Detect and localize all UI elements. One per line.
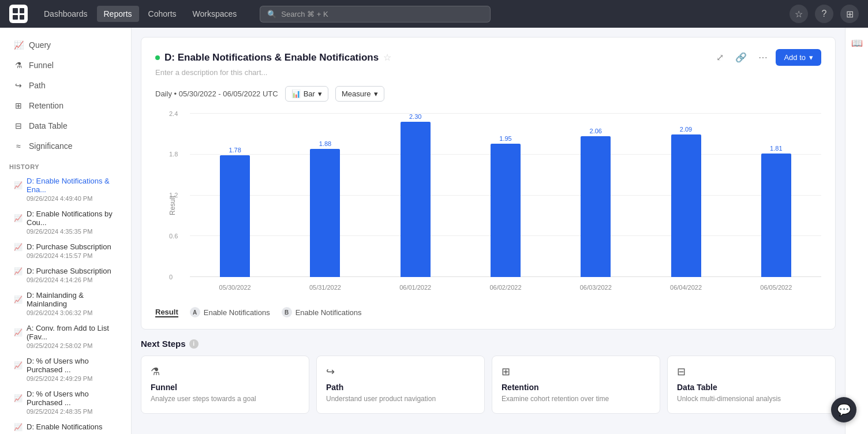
nav-cohorts[interactable]: Cohorts — [141, 6, 184, 22]
history-item-title: D: Purchase Subscription — [27, 267, 111, 275]
sidebar-item-significance[interactable]: ≈ Significance — [5, 136, 126, 156]
chart-title-row: D: Enable Notifications & Enable Notific… — [155, 52, 391, 63]
bar-value-label: 1.88 — [319, 140, 331, 147]
history-item-icon: 📈 — [14, 328, 22, 336]
next-step-title: Path — [326, 383, 475, 392]
bar — [401, 122, 431, 277]
history-item[interactable]: 📈 D: Enable Notifications — [5, 419, 126, 434]
bar-type-chevron: ▾ — [318, 89, 322, 98]
x-axis-label: 05/31/2022 — [280, 284, 370, 291]
history-item[interactable]: 📈 A: Conv. from Add to List (Fav... 09/2… — [5, 320, 126, 353]
apps-icon[interactable]: ⊞ — [840, 5, 859, 23]
x-axis-label: 06/03/2022 — [551, 284, 641, 291]
next-step-card-data-table-card[interactable]: ⊟ Data Table Unlock multi-dimensional an… — [667, 356, 836, 414]
legend-item-b: B Enable Notifications — [282, 307, 362, 317]
history-item-date: 09/26/2024 4:49:40 PM — [14, 195, 117, 202]
bar-group[interactable]: 1.88 — [280, 113, 370, 277]
y-tick-0: 2.4 — [169, 110, 178, 117]
history-item-title: D: % of Users who Purchased ... — [27, 390, 117, 407]
bar-group[interactable]: 2.06 — [551, 113, 641, 277]
history-item-icon: 📈 — [14, 423, 22, 431]
next-step-desc: Understand user product navigation — [326, 394, 475, 404]
chart-title: D: Enable Notifications & Enable Notific… — [164, 52, 379, 63]
query-icon: 📈 — [14, 40, 23, 50]
nav-dashboards[interactable]: Dashboards — [37, 6, 95, 22]
sidebar-item-data-table[interactable]: ⊟ Data Table — [5, 116, 126, 136]
bar-value-label: 1.95 — [499, 135, 511, 142]
history-item[interactable]: 📈 D: % of Users who Purchased ... 09/25/… — [5, 353, 126, 386]
bar-group[interactable]: 1.78 — [190, 113, 280, 277]
right-panel-book-button[interactable]: 📖 — [849, 35, 865, 51]
help-icon[interactable]: ? — [815, 5, 833, 23]
bookmark-icon[interactable]: ☆ — [790, 5, 808, 23]
info-icon[interactable]: i — [189, 339, 199, 349]
y-tick-4: 0 — [169, 274, 173, 280]
add-to-button[interactable]: Add to ▾ — [776, 49, 821, 66]
bar-group[interactable]: 1.81 — [731, 113, 821, 277]
sidebar: 📈 Query ⚗ Funnel ↪ Path ⊞ Retention ⊟ Da… — [0, 28, 132, 434]
history-item-icon: 📈 — [14, 361, 22, 369]
bar-value-label: 2.06 — [590, 128, 602, 134]
sidebar-item-funnel[interactable]: ⚗ Funnel — [5, 55, 126, 75]
history-item-icon: 📈 — [14, 243, 22, 251]
chart-legend: Result A Enable Notifications B Enable N… — [155, 307, 821, 317]
history-item-title: D: Purchase Subscription — [27, 242, 111, 251]
legend-result[interactable]: Result — [155, 308, 178, 317]
next-step-icon: ↪ — [326, 365, 475, 378]
sidebar-item-path[interactable]: ↪ Path — [5, 76, 126, 95]
bar-value-label: 1.78 — [229, 147, 241, 154]
history-item[interactable]: 📈 D: Purchase Subscription 09/26/2024 4:… — [5, 263, 126, 287]
history-item-title: A: Conv. from Add to List (Fav... — [27, 324, 117, 341]
chart-type-button[interactable]: 📊 Bar ▾ — [285, 86, 328, 102]
bar-value-label: 1.81 — [770, 145, 782, 152]
history-item[interactable]: 📈 D: Mainlanding & Mainlanding 09/26/202… — [5, 287, 126, 320]
more-options-button[interactable]: ⋯ — [755, 50, 771, 65]
bar-chart-icon: 📊 — [291, 89, 301, 98]
history-item[interactable]: 📈 D: % of Users who Purchased ... 09/25/… — [5, 386, 126, 418]
next-step-card-path-card[interactable]: ↪ Path Understand user product navigatio… — [316, 356, 485, 414]
history-item-icon: 📈 — [14, 214, 22, 222]
app-logo[interactable] — [9, 5, 28, 23]
sidebar-item-retention[interactable]: ⊞ Retention — [5, 96, 126, 115]
sidebar-item-query[interactable]: 📈 Query — [5, 35, 126, 55]
next-steps-cards: ⚗ Funnel Analyze user steps towards a go… — [141, 356, 836, 414]
app-body: 📈 Query ⚗ Funnel ↪ Path ⊞ Retention ⊟ Da… — [0, 28, 868, 434]
link-button[interactable]: 🔗 — [732, 50, 750, 65]
next-step-card-retention-card[interactable]: ⊞ Retention Examine cohort retention ove… — [492, 356, 660, 414]
chart-panel: D: Enable Notifications & Enable Notific… — [141, 37, 836, 330]
chat-bubble[interactable]: 💬 — [831, 397, 856, 422]
search-area[interactable]: 🔍 Search ⌘ + K — [260, 6, 491, 23]
bar — [310, 149, 340, 277]
bars-container: 1.78 1.88 2.30 1.95 2.06 2.09 1.81 — [190, 113, 821, 277]
y-axis-label: Result — [169, 188, 177, 223]
measure-button[interactable]: Measure ▾ — [335, 86, 384, 102]
next-steps-header: Next Steps i — [141, 339, 836, 349]
history-item[interactable]: 📈 D: Enable Notifications & Ena... 09/26… — [5, 173, 126, 205]
next-step-title: Data Table — [677, 383, 826, 392]
fullscreen-button[interactable]: ⤢ — [713, 50, 727, 65]
chart-controls: Daily • 05/30/2022 - 06/05/2022 UTC 📊 Ba… — [155, 86, 821, 102]
nav-reports[interactable]: Reports — [97, 6, 139, 22]
nav-workspaces[interactable]: Workspaces — [186, 6, 244, 22]
history-item-date: 09/26/2024 4:35:35 PM — [14, 228, 117, 235]
next-steps-title: Next Steps — [141, 339, 186, 349]
history-item-icon: 📈 — [14, 394, 22, 402]
history-item-title: D: Enable Notifications & Ena... — [27, 177, 117, 194]
next-step-desc: Analyze user steps towards a goal — [151, 394, 300, 404]
history-item-date: 09/25/2024 2:49:29 PM — [14, 375, 117, 382]
history-item-date: 09/25/2024 2:48:35 PM — [14, 408, 117, 415]
bar-group[interactable]: 2.09 — [641, 113, 731, 277]
search-input[interactable]: 🔍 Search ⌘ + K — [260, 6, 491, 23]
history-item[interactable]: 📈 D: Purchase Subscription 09/26/2024 4:… — [5, 239, 126, 263]
bar-group[interactable]: 1.95 — [461, 113, 551, 277]
bar — [491, 144, 521, 277]
next-step-title: Retention — [502, 383, 650, 392]
star-icon[interactable]: ☆ — [383, 52, 391, 63]
next-step-card-funnel-card[interactable]: ⚗ Funnel Analyze user steps towards a go… — [141, 356, 309, 414]
history-item-title: D: % of Users who Purchased ... — [27, 357, 117, 374]
bar-group[interactable]: 2.30 — [371, 113, 461, 277]
measure-chevron: ▾ — [374, 89, 378, 98]
bar — [220, 155, 250, 277]
history-item[interactable]: 📈 D: Enable Notifications by Cou... 09/2… — [5, 206, 126, 238]
search-icon: 🔍 — [267, 10, 276, 18]
